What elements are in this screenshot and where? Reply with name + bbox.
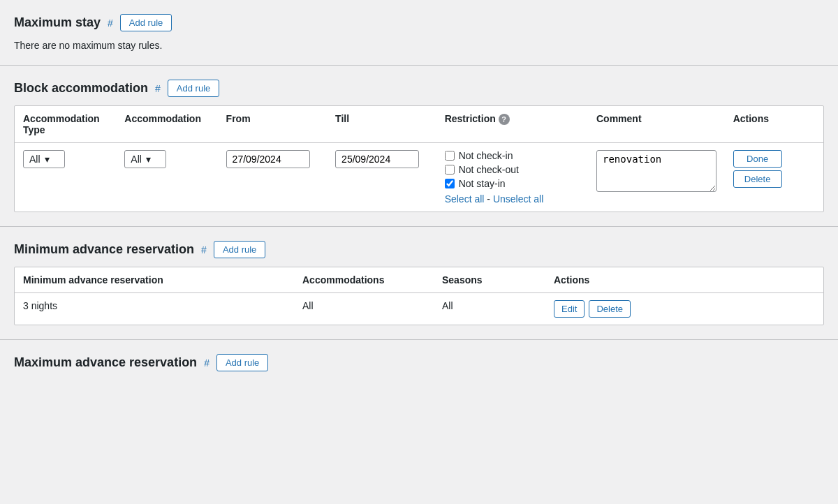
mar-col-header-accommodations: Accommodations <box>294 267 434 293</box>
minimum-advance-reservation-title: Minimum advance reservation <box>14 242 194 257</box>
block-accommodation-title: Block accommodation <box>14 81 148 96</box>
minimum-advance-reservation-section: Minimum advance reservation # Add rule M… <box>0 227 838 339</box>
maximum-advance-reservation-header: Maximum advance reservation # Add rule <box>14 354 824 371</box>
mar-col-header-actions: Actions <box>545 267 823 293</box>
maximum-stay-add-rule-button[interactable]: Add rule <box>120 14 172 31</box>
not-checkin-label: Not check-in <box>459 150 513 161</box>
not-stayin-label: Not stay-in <box>459 178 506 189</box>
cell-restriction: Not check-in Not check-out Not stay-in <box>436 143 588 212</box>
maximum-stay-hash: # <box>108 17 113 29</box>
maximum-stay-section: Maximum stay # Add rule There are no max… <box>0 0 838 65</box>
from-date-input[interactable] <box>226 150 310 168</box>
block-accommodation-header: Block accommodation # Add rule <box>14 80 824 97</box>
unselect-all-link[interactable]: Unselect all <box>493 193 543 205</box>
cell-till <box>327 143 436 212</box>
till-date-input[interactable] <box>335 150 419 168</box>
block-accommodation-table-wrapper: Accommodation Type Accommodation From Ti… <box>14 105 824 212</box>
col-header-accommodation-type: Accommodation Type <box>15 106 116 143</box>
cell-from <box>218 143 328 212</box>
col-header-actions: Actions <box>725 106 823 143</box>
col-header-till: Till <box>327 106 436 143</box>
not-stayin-row: Not stay-in <box>445 178 580 189</box>
maximum-stay-title: Maximum stay <box>14 15 101 30</box>
page-wrapper: Maximum stay # Add rule There are no max… <box>0 0 838 387</box>
delete-button[interactable]: Delete <box>733 170 782 188</box>
col-header-comment: Comment <box>588 106 725 143</box>
mar-delete-button[interactable]: Delete <box>589 300 631 318</box>
not-stayin-checkbox[interactable] <box>445 179 455 188</box>
cell-actions: Done Delete <box>725 143 823 212</box>
block-accommodation-hash: # <box>155 83 161 94</box>
minimum-advance-reservation-table-wrapper: Minimum advance reservation Accommodatio… <box>14 267 824 325</box>
cell-accommodation-type: All ▾ <box>15 143 116 212</box>
mar-cell-actions: Edit Delete <box>545 293 823 325</box>
not-checkout-checkbox[interactable] <box>445 165 455 175</box>
maximum-advance-reservation-hash: # <box>204 357 210 369</box>
minimum-advance-reservation-header: Minimum advance reservation # Add rule <box>14 241 824 258</box>
done-button[interactable]: Done <box>733 150 782 168</box>
col-header-from: From <box>218 106 328 143</box>
restriction-info-icon[interactable]: ? <box>499 114 510 125</box>
mar-col-header-seasons: Seasons <box>434 267 545 293</box>
select-all-link[interactable]: Select all <box>445 193 485 205</box>
maximum-advance-reservation-section: Maximum advance reservation # Add rule <box>0 340 838 387</box>
mar-actions-container: Edit Delete <box>554 300 815 318</box>
not-checkout-label: Not check-out <box>459 164 519 175</box>
mar-edit-button[interactable]: Edit <box>554 300 585 318</box>
maximum-advance-reservation-title: Maximum advance reservation <box>14 355 197 370</box>
block-accommodation-add-rule-button[interactable]: Add rule <box>168 80 219 97</box>
cell-comment: renovation <box>588 143 725 212</box>
accommodation-type-select[interactable]: All ▾ <box>23 150 65 168</box>
maximum-stay-empty-message: There are no maximum stay rules. <box>14 40 824 58</box>
accommodation-select[interactable]: All ▾ <box>124 150 166 168</box>
chevron-down-icon: ▾ <box>45 154 50 165</box>
cell-accommodation: All ▾ <box>116 143 217 212</box>
block-accommodation-table-header-row: Accommodation Type Accommodation From Ti… <box>15 106 823 143</box>
chevron-down-icon-2: ▾ <box>146 154 151 165</box>
block-accommodation-section: Block accommodation # Add rule Accommoda… <box>0 66 838 226</box>
mar-cell-minimum: 3 nights <box>15 293 294 325</box>
not-checkout-row: Not check-out <box>445 164 580 175</box>
mar-cell-seasons: All <box>434 293 545 325</box>
select-separator: - <box>484 193 492 205</box>
col-header-restriction: Restriction ? <box>436 106 588 143</box>
mar-col-header-minimum: Minimum advance reservation <box>15 267 294 293</box>
mar-row-1: 3 nights All All Edit Delete <box>15 293 823 325</box>
mar-cell-accommodations: All <box>294 293 434 325</box>
mar-table-header-row: Minimum advance reservation Accommodatio… <box>15 267 823 293</box>
not-checkin-checkbox[interactable] <box>445 151 455 161</box>
maximum-advance-reservation-add-rule-button[interactable]: Add rule <box>216 354 268 371</box>
maximum-stay-header: Maximum stay # Add rule <box>14 14 824 31</box>
not-checkin-row: Not check-in <box>445 150 580 161</box>
block-accommodation-table: Accommodation Type Accommodation From Ti… <box>15 106 823 212</box>
comment-textarea[interactable]: renovation <box>596 150 716 192</box>
col-header-accommodation: Accommodation <box>116 106 217 143</box>
minimum-advance-reservation-hash: # <box>201 244 207 255</box>
select-links-container: Select all - Unselect all <box>445 193 580 205</box>
minimum-advance-reservation-table: Minimum advance reservation Accommodatio… <box>15 267 823 325</box>
minimum-advance-reservation-add-rule-button[interactable]: Add rule <box>214 241 265 258</box>
block-accommodation-row-1: All ▾ All ▾ <box>15 143 823 212</box>
